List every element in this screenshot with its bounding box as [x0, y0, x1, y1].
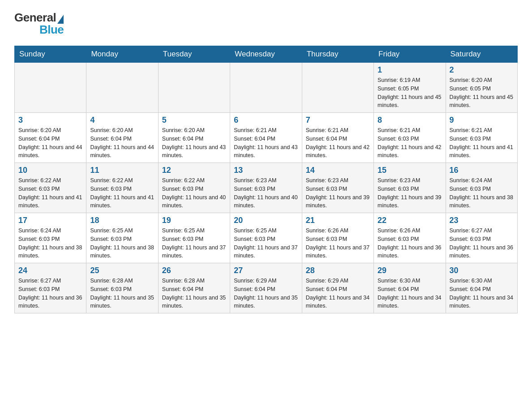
calendar-cell — [230, 63, 302, 113]
day-number: 30 — [450, 266, 514, 275]
calendar-week-row: 24Sunrise: 6:27 AMSunset: 6:03 PMDayligh… — [15, 263, 518, 313]
day-info: Sunrise: 6:24 AMSunset: 6:03 PMDaylight:… — [18, 227, 82, 260]
page-header: General Blue — [14, 11, 518, 37]
day-info: Sunrise: 6:22 AMSunset: 6:03 PMDaylight:… — [90, 176, 154, 210]
calendar-cell: 13Sunrise: 6:23 AMSunset: 6:03 PMDayligh… — [230, 163, 302, 213]
calendar-cell — [302, 63, 373, 113]
calendar-cell: 4Sunrise: 6:20 AMSunset: 6:04 PMDaylight… — [86, 113, 158, 163]
day-info: Sunrise: 6:26 AMSunset: 6:03 PMDaylight:… — [378, 227, 442, 260]
day-number: 24 — [18, 266, 82, 275]
day-info: Sunrise: 6:25 AMSunset: 6:03 PMDaylight:… — [90, 227, 154, 260]
calendar-week-row: 1Sunrise: 6:19 AMSunset: 6:05 PMDaylight… — [15, 63, 518, 113]
day-number: 21 — [306, 216, 370, 225]
day-number: 3 — [18, 116, 82, 125]
day-number: 6 — [234, 116, 298, 125]
weekday-header-friday: Friday — [374, 46, 446, 63]
calendar-cell: 8Sunrise: 6:21 AMSunset: 6:03 PMDaylight… — [374, 113, 446, 163]
calendar-cell: 21Sunrise: 6:26 AMSunset: 6:03 PMDayligh… — [302, 213, 373, 263]
day-info: Sunrise: 6:19 AMSunset: 6:05 PMDaylight:… — [378, 76, 442, 110]
day-number: 11 — [90, 166, 154, 175]
day-info: Sunrise: 6:20 AMSunset: 6:04 PMDaylight:… — [90, 126, 154, 160]
calendar-cell: 29Sunrise: 6:30 AMSunset: 6:04 PMDayligh… — [374, 263, 446, 313]
calendar-cell: 30Sunrise: 6:30 AMSunset: 6:04 PMDayligh… — [446, 263, 517, 313]
calendar-cell: 1Sunrise: 6:19 AMSunset: 6:05 PMDaylight… — [374, 63, 446, 113]
day-info: Sunrise: 6:27 AMSunset: 6:03 PMDaylight:… — [18, 277, 82, 310]
calendar-week-row: 17Sunrise: 6:24 AMSunset: 6:03 PMDayligh… — [15, 213, 518, 263]
day-info: Sunrise: 6:21 AMSunset: 6:03 PMDaylight:… — [378, 126, 442, 160]
logo-blue-text: Blue — [39, 23, 64, 37]
day-info: Sunrise: 6:21 AMSunset: 6:04 PMDaylight:… — [234, 126, 298, 160]
calendar-cell — [15, 63, 86, 113]
calendar-cell: 28Sunrise: 6:29 AMSunset: 6:04 PMDayligh… — [302, 263, 373, 313]
day-number: 7 — [306, 116, 370, 125]
weekday-header-thursday: Thursday — [302, 46, 373, 63]
calendar-week-row: 10Sunrise: 6:22 AMSunset: 6:03 PMDayligh… — [15, 163, 518, 213]
calendar-cell: 22Sunrise: 6:26 AMSunset: 6:03 PMDayligh… — [374, 213, 446, 263]
calendar-cell: 7Sunrise: 6:21 AMSunset: 6:04 PMDaylight… — [302, 113, 373, 163]
day-info: Sunrise: 6:22 AMSunset: 6:03 PMDaylight:… — [18, 176, 82, 210]
day-info: Sunrise: 6:29 AMSunset: 6:04 PMDaylight:… — [234, 277, 298, 310]
day-number: 17 — [18, 216, 82, 225]
calendar-week-row: 3Sunrise: 6:20 AMSunset: 6:04 PMDaylight… — [15, 113, 518, 163]
day-info: Sunrise: 6:25 AMSunset: 6:03 PMDaylight:… — [234, 227, 298, 260]
day-number: 9 — [450, 116, 514, 125]
day-number: 5 — [162, 116, 226, 125]
day-info: Sunrise: 6:28 AMSunset: 6:03 PMDaylight:… — [90, 277, 154, 310]
day-info: Sunrise: 6:24 AMSunset: 6:03 PMDaylight:… — [450, 176, 514, 210]
calendar-cell: 23Sunrise: 6:27 AMSunset: 6:03 PMDayligh… — [446, 213, 517, 263]
weekday-header-wednesday: Wednesday — [230, 46, 302, 63]
calendar-cell — [86, 63, 158, 113]
calendar-cell: 18Sunrise: 6:25 AMSunset: 6:03 PMDayligh… — [86, 213, 158, 263]
calendar-cell: 24Sunrise: 6:27 AMSunset: 6:03 PMDayligh… — [15, 263, 86, 313]
day-info: Sunrise: 6:28 AMSunset: 6:04 PMDaylight:… — [162, 277, 226, 310]
day-number: 29 — [378, 266, 442, 275]
day-info: Sunrise: 6:26 AMSunset: 6:03 PMDaylight:… — [306, 227, 370, 260]
logo-triangle-icon — [57, 15, 64, 24]
calendar-cell: 10Sunrise: 6:22 AMSunset: 6:03 PMDayligh… — [15, 163, 86, 213]
calendar-cell: 9Sunrise: 6:21 AMSunset: 6:03 PMDaylight… — [446, 113, 517, 163]
day-info: Sunrise: 6:29 AMSunset: 6:04 PMDaylight:… — [306, 277, 370, 310]
day-info: Sunrise: 6:21 AMSunset: 6:04 PMDaylight:… — [306, 126, 370, 160]
calendar-cell: 15Sunrise: 6:23 AMSunset: 6:03 PMDayligh… — [374, 163, 446, 213]
day-number: 10 — [18, 166, 82, 175]
calendar-cell: 27Sunrise: 6:29 AMSunset: 6:04 PMDayligh… — [230, 263, 302, 313]
day-number: 25 — [90, 266, 154, 275]
day-number: 8 — [378, 116, 442, 125]
day-info: Sunrise: 6:22 AMSunset: 6:03 PMDaylight:… — [162, 176, 226, 210]
day-info: Sunrise: 6:30 AMSunset: 6:04 PMDaylight:… — [378, 277, 442, 310]
day-number: 22 — [378, 216, 442, 225]
day-info: Sunrise: 6:23 AMSunset: 6:03 PMDaylight:… — [234, 176, 298, 210]
weekday-header-sunday: Sunday — [15, 46, 86, 63]
calendar-cell: 3Sunrise: 6:20 AMSunset: 6:04 PMDaylight… — [15, 113, 86, 163]
day-number: 15 — [378, 166, 442, 175]
day-number: 12 — [162, 166, 226, 175]
day-number: 14 — [306, 166, 370, 175]
day-info: Sunrise: 6:20 AMSunset: 6:04 PMDaylight:… — [18, 126, 82, 160]
calendar-cell: 25Sunrise: 6:28 AMSunset: 6:03 PMDayligh… — [86, 263, 158, 313]
day-number: 4 — [90, 116, 154, 125]
calendar-cell: 14Sunrise: 6:23 AMSunset: 6:03 PMDayligh… — [302, 163, 373, 213]
calendar-cell: 16Sunrise: 6:24 AMSunset: 6:03 PMDayligh… — [446, 163, 517, 213]
day-number: 2 — [450, 65, 514, 75]
day-info: Sunrise: 6:23 AMSunset: 6:03 PMDaylight:… — [378, 176, 442, 210]
day-number: 23 — [450, 216, 514, 225]
calendar-cell: 6Sunrise: 6:21 AMSunset: 6:04 PMDaylight… — [230, 113, 302, 163]
day-number: 28 — [306, 266, 370, 275]
calendar-cell: 17Sunrise: 6:24 AMSunset: 6:03 PMDayligh… — [15, 213, 86, 263]
day-number: 20 — [234, 216, 298, 225]
calendar-cell: 5Sunrise: 6:20 AMSunset: 6:04 PMDaylight… — [158, 113, 230, 163]
weekday-header-tuesday: Tuesday — [158, 46, 230, 63]
day-number: 1 — [378, 65, 442, 75]
day-info: Sunrise: 6:23 AMSunset: 6:03 PMDaylight:… — [306, 176, 370, 210]
calendar-cell: 19Sunrise: 6:25 AMSunset: 6:03 PMDayligh… — [158, 213, 230, 263]
logo: General Blue — [14, 11, 64, 37]
calendar-table: SundayMondayTuesdayWednesdayThursdayFrid… — [14, 46, 518, 313]
day-info: Sunrise: 6:21 AMSunset: 6:03 PMDaylight:… — [450, 126, 514, 160]
calendar-cell: 20Sunrise: 6:25 AMSunset: 6:03 PMDayligh… — [230, 213, 302, 263]
calendar-cell: 2Sunrise: 6:20 AMSunset: 6:05 PMDaylight… — [446, 63, 517, 113]
day-number: 19 — [162, 216, 226, 225]
day-info: Sunrise: 6:27 AMSunset: 6:03 PMDaylight:… — [450, 227, 514, 260]
calendar-cell: 26Sunrise: 6:28 AMSunset: 6:04 PMDayligh… — [158, 263, 230, 313]
calendar-cell: 11Sunrise: 6:22 AMSunset: 6:03 PMDayligh… — [86, 163, 158, 213]
day-number: 13 — [234, 166, 298, 175]
